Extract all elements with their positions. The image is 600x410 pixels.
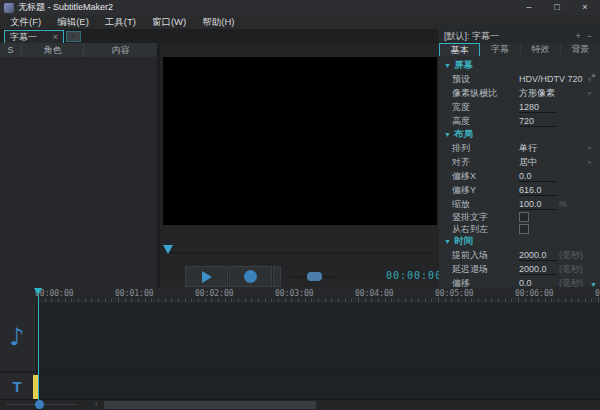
ruler-tick — [191, 299, 192, 302]
seek-bar[interactable] — [170, 252, 433, 254]
tab-1[interactable]: 字幕 — [480, 43, 520, 56]
menu-item-3[interactable]: 窗口(W) — [144, 16, 194, 29]
menu-item-2[interactable]: 工具(T) — [97, 16, 144, 29]
player-splitter[interactable] — [273, 266, 281, 287]
ruler-tick — [378, 299, 379, 302]
ruler-tick — [125, 299, 126, 302]
add-style-button[interactable]: + — [572, 32, 583, 41]
ruler-tick — [398, 299, 399, 302]
menu-item-1[interactable]: 编辑(E) — [49, 16, 97, 29]
ruler-tick — [118, 297, 119, 302]
text-track[interactable]: T — [0, 373, 600, 400]
inspector-tabs: 基本字幕特效背景 — [439, 43, 600, 56]
volume-slider-handle[interactable] — [307, 272, 322, 281]
ruler-tick — [471, 299, 472, 302]
ruler-tick — [498, 299, 499, 302]
close-tab-icon[interactable]: × — [53, 32, 58, 42]
section-title: 布局 — [454, 128, 473, 141]
ruler-tick — [458, 299, 459, 302]
ruler-tick — [45, 299, 46, 302]
ruler-tick — [311, 299, 312, 302]
property-dropdown[interactable]: HDV/HDTV 720 — [519, 74, 583, 84]
property-checkbox[interactable] — [519, 224, 529, 234]
property-row: 对齐居中▼ — [439, 155, 600, 169]
ruler-label: 00:06:00 — [515, 289, 554, 298]
property-label: 从右到左 — [452, 223, 519, 236]
play-button[interactable] — [185, 266, 228, 287]
ruler-tick — [511, 299, 512, 302]
ruler-tick — [245, 299, 246, 302]
scrollbar-left-grip-icon[interactable]: ‹ — [95, 400, 98, 410]
property-label: 高度 — [452, 115, 519, 128]
property-value-input[interactable]: 1280 — [519, 102, 557, 113]
property-label: 宽度 — [452, 101, 519, 114]
table-body[interactable] — [0, 57, 157, 287]
section-header[interactable]: ▼时间 — [439, 235, 600, 248]
property-row: 宽度1280 — [439, 100, 600, 114]
ruler-tick — [485, 299, 486, 302]
ruler-tick — [278, 299, 279, 302]
property-checkbox[interactable] — [519, 212, 529, 222]
property-label: 像素纵横比 — [452, 87, 519, 100]
ruler-tick — [525, 299, 526, 302]
audio-track-header[interactable]: ♪ — [0, 303, 35, 371]
property-dropdown[interactable]: 方形像素 — [519, 87, 555, 100]
tab-2[interactable]: 特效 — [521, 43, 561, 56]
property-value-input[interactable]: 720 — [519, 116, 557, 127]
ruler-tick — [465, 299, 466, 302]
ruler-tick — [165, 299, 166, 302]
remove-style-button[interactable]: − — [584, 32, 595, 41]
ruler-tick — [65, 299, 66, 302]
property-value-input[interactable]: 616.0 — [519, 185, 557, 196]
window-title: 无标题 - SubtitleMaker2 — [18, 1, 113, 14]
section-header[interactable]: ▼布局 — [439, 128, 600, 141]
inspector-header: [默认]: 字幕一 + − — [439, 29, 600, 43]
timeline-ruler[interactable]: 00:00:0000:01:0000:02:0000:03:0000:04:00… — [0, 287, 600, 303]
minimize-button[interactable]: – — [515, 0, 543, 15]
property-dropdown[interactable]: 居中 — [519, 156, 537, 169]
ruler-tick — [331, 299, 332, 302]
menu-item-4[interactable]: 帮助(H) — [194, 16, 242, 29]
property-unit: (毫秒) — [559, 263, 583, 276]
close-button[interactable]: × — [571, 0, 599, 15]
property-value-input[interactable]: 0.0 — [519, 171, 557, 182]
ruler-tick — [171, 299, 172, 302]
add-subtitle-tab-button[interactable]: + — [66, 31, 81, 42]
stop-button[interactable] — [229, 266, 272, 287]
property-unit: % — [559, 199, 567, 209]
ruler-tick — [371, 299, 372, 302]
chevron-down-icon: ▼ — [586, 159, 593, 166]
property-label: 偏移X — [452, 170, 519, 183]
maximize-button[interactable]: □ — [543, 0, 571, 15]
tab-0[interactable]: 基本 — [439, 43, 480, 56]
subtitle-tab[interactable]: 字幕一 × — [4, 30, 64, 43]
audio-track[interactable]: ♪ — [0, 303, 600, 372]
property-value-input[interactable]: 100.0 — [519, 199, 557, 210]
property-label: 排列 — [452, 142, 519, 155]
property-value-input[interactable]: 2000.0 — [519, 250, 557, 261]
ruler-tick — [385, 299, 386, 302]
property-value-input[interactable]: 2000.0 — [519, 264, 557, 275]
tab-3[interactable]: 背景 — [561, 43, 600, 56]
inspector-body: ▲ ▼ ▼屏幕预设HDV/HDTV 720▼像素纵横比方形像素▼宽度1280高度… — [439, 56, 600, 290]
menu-item-0[interactable]: 文件(F) — [2, 16, 49, 29]
ruler-tick — [211, 299, 212, 302]
horizontal-scrollbar-thumb[interactable] — [104, 401, 316, 409]
property-row: 提前入场2000.0(毫秒) — [439, 248, 600, 262]
ruler-tick — [451, 299, 452, 302]
chevron-down-icon: ▼ — [586, 76, 593, 83]
ruler-tick — [58, 299, 59, 302]
timecode-display: 00:00:00 — [386, 270, 442, 281]
ruler-tick — [78, 299, 79, 302]
property-dropdown[interactable]: 单行 — [519, 142, 537, 155]
section-header[interactable]: ▼屏幕 — [439, 59, 600, 72]
timeline-zoom-slider-handle[interactable] — [35, 400, 44, 409]
property-row: 竖排文字 — [439, 211, 600, 223]
ruler-tick — [251, 299, 252, 302]
subtitle-tab-label: 字幕一 — [10, 31, 37, 44]
property-row: 偏移Y616.0 — [439, 183, 600, 197]
timeline-playhead-icon[interactable] — [34, 288, 42, 295]
text-track-header[interactable]: T — [0, 373, 35, 399]
property-row: 像素纵横比方形像素▼ — [439, 86, 600, 100]
timeline-playhead-line[interactable] — [38, 295, 39, 400]
